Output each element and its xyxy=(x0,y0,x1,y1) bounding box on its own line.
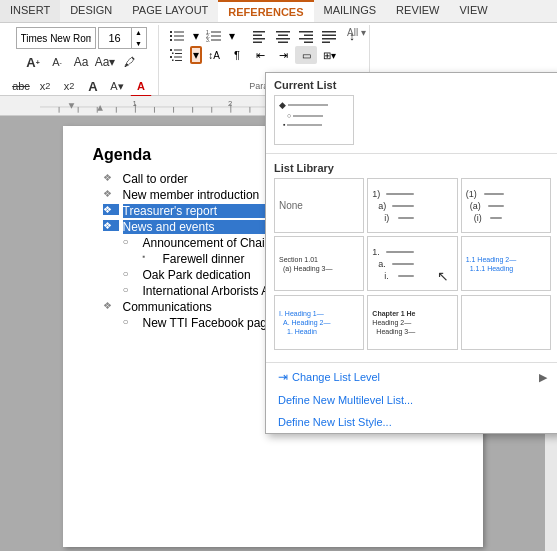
tab-page-layout[interactable]: PAGE LAYOUT xyxy=(122,0,218,22)
svg-rect-33 xyxy=(322,35,336,37)
shading-btn[interactable]: ▭ xyxy=(295,46,317,64)
grow-font-btn[interactable]: A+ xyxy=(22,51,44,73)
svg-rect-34 xyxy=(322,38,336,40)
clear-formatting-btn[interactable]: Aa xyxy=(70,51,92,73)
svg-rect-30 xyxy=(299,38,313,40)
list-marker: ○ xyxy=(123,316,139,327)
font-size-box[interactable]: 16 ▲ ▼ xyxy=(98,27,147,49)
define-new-multilevel-item[interactable]: Define New Multilevel List... xyxy=(266,389,557,411)
border-btn[interactable]: ⊞▾ xyxy=(318,46,340,64)
sort-btn[interactable]: ↕A xyxy=(203,46,225,64)
svg-rect-13 xyxy=(175,60,182,61)
tab-mailings[interactable]: MAILINGS xyxy=(314,0,387,22)
list-marker: ❖ xyxy=(103,188,119,199)
svg-rect-2 xyxy=(170,35,172,37)
svg-rect-25 xyxy=(278,35,288,37)
tab-review[interactable]: REVIEW xyxy=(386,0,449,22)
svg-rect-6 xyxy=(170,49,172,51)
opt-lines: Section 1.01 (a) Heading 3— xyxy=(279,256,332,272)
shrink-font-btn[interactable]: A- xyxy=(46,51,68,73)
list-option-paren[interactable]: (1) (a) (i) xyxy=(461,178,551,233)
center-btn[interactable] xyxy=(272,27,294,45)
list-option-heading1[interactable]: I. Heading 1— A. Heading 2— 1. Headin xyxy=(274,295,364,350)
arrow-right-icon: ▶ xyxy=(539,371,547,384)
align-right-btn[interactable] xyxy=(295,27,317,45)
font-size-value: 16 xyxy=(99,32,131,44)
strikethrough-btn[interactable]: abc xyxy=(10,75,32,97)
increase-indent-btn[interactable]: ⇥ xyxy=(272,46,294,64)
svg-rect-28 xyxy=(299,31,313,33)
list-option-chapter[interactable]: Chapter 1 He Heading 2— Heading 3— xyxy=(367,295,457,350)
define-new-multilevel-label: Define New Multilevel List... xyxy=(278,394,413,406)
svg-text:2: 2 xyxy=(228,99,232,108)
cursor-icon: ↖ xyxy=(437,268,449,284)
svg-rect-24 xyxy=(276,31,290,33)
list-library-grid: None 1) a) i) xyxy=(274,178,551,291)
font-size-arrows: ▲ ▼ xyxy=(131,27,146,49)
svg-rect-8 xyxy=(172,53,174,55)
show-para-btn[interactable]: ¶ xyxy=(226,46,248,64)
svg-marker-38 xyxy=(97,105,103,111)
change-level-icon: ⇥ xyxy=(278,370,288,384)
all-indicator[interactable]: All ▾ xyxy=(347,27,366,38)
decrease-indent-btn[interactable]: ⇤ xyxy=(249,46,271,64)
tab-design[interactable]: DESIGN xyxy=(60,0,122,22)
none-label: None xyxy=(279,200,303,211)
opt-lines: I. Heading 1— A. Heading 2— 1. Headin xyxy=(279,310,330,335)
text-effects-btn[interactable]: A▾ xyxy=(106,75,128,97)
current-list-preview[interactable]: ◆ ○ ▪ xyxy=(274,95,354,145)
svg-rect-19 xyxy=(211,40,221,41)
svg-rect-7 xyxy=(174,50,182,51)
font-size-down[interactable]: ▼ xyxy=(132,38,146,49)
svg-rect-26 xyxy=(276,38,290,40)
svg-rect-12 xyxy=(172,60,174,62)
opt-lines: 1.1 Heading 2— 1.1.1 Heading xyxy=(466,256,517,272)
list-marker: ○ xyxy=(123,284,139,295)
list-option-1-1[interactable]: 1.1 Heading 2— 1.1.1 Heading xyxy=(461,236,551,291)
font-group: Times New Roman 16 ▲ ▼ A+ A- Aa Aa▾ 🖍 ab xyxy=(4,25,159,95)
bullet-list-dropdown-btn[interactable]: ▾ xyxy=(190,27,202,45)
list-marker: ❖ xyxy=(103,204,119,215)
font-color-A-btn[interactable]: A xyxy=(82,75,104,97)
list-library-title: List Library xyxy=(274,162,551,174)
svg-rect-17 xyxy=(211,36,221,37)
multilevel-list-dropdown-btn[interactable]: ▾ xyxy=(190,46,202,64)
list-option-none[interactable]: None xyxy=(274,178,364,233)
svg-rect-1 xyxy=(174,32,184,33)
list-marker: ○ xyxy=(123,236,139,247)
font-color-btn[interactable]: A xyxy=(130,75,152,97)
tab-insert[interactable]: INSERT xyxy=(0,0,60,22)
svg-text:3.: 3. xyxy=(206,37,210,43)
svg-rect-32 xyxy=(322,31,336,33)
multilevel-list-btn[interactable] xyxy=(167,46,189,64)
numbered-list-btn[interactable]: 1. 2. 3. xyxy=(203,27,225,45)
svg-rect-9 xyxy=(175,53,182,54)
svg-rect-23 xyxy=(253,42,262,44)
justify-btn[interactable] xyxy=(318,27,340,45)
list-option-empty[interactable] xyxy=(461,295,551,350)
svg-rect-5 xyxy=(174,40,184,41)
subscript-btn[interactable]: x2 xyxy=(34,75,56,97)
define-new-list-style-label: Define New List Style... xyxy=(278,416,392,428)
change-case-btn[interactable]: Aa▾ xyxy=(94,51,116,73)
font-name-box[interactable]: Times New Roman xyxy=(16,27,96,49)
text-highlight-btn[interactable]: 🖍 xyxy=(118,51,140,73)
define-new-list-style-item[interactable]: Define New List Style... xyxy=(266,411,557,433)
bullet-list-btn[interactable] xyxy=(167,27,189,45)
svg-rect-11 xyxy=(174,57,182,58)
change-list-level-item[interactable]: ⇥ Change List Level ▶ xyxy=(266,365,557,389)
opt-lines: Chapter 1 He Heading 2— Heading 3— xyxy=(372,310,415,335)
opt-lines: 1. a. i. xyxy=(372,247,414,281)
superscript-btn[interactable]: x2 xyxy=(58,75,80,97)
align-left-btn[interactable] xyxy=(249,27,271,45)
list-option-1ai[interactable]: 1) a) i) xyxy=(367,178,457,233)
divider-2 xyxy=(266,362,557,363)
font-size-up[interactable]: ▲ xyxy=(132,27,146,38)
numbered-list-dropdown-btn[interactable]: ▾ xyxy=(226,27,238,45)
tab-view[interactable]: VIEW xyxy=(450,0,498,22)
list-option-section[interactable]: Section 1.01 (a) Heading 3— xyxy=(274,236,364,291)
list-option-1dot[interactable]: 1. a. i. ↖ xyxy=(367,236,457,291)
tab-references[interactable]: REFERENCES xyxy=(218,0,313,22)
multilevel-list-dropdown: Current List ◆ ○ ▪ List Library None xyxy=(265,72,557,434)
ribbon-tab-bar: INSERT DESIGN PAGE LAYOUT REFERENCES MAI… xyxy=(0,0,557,23)
